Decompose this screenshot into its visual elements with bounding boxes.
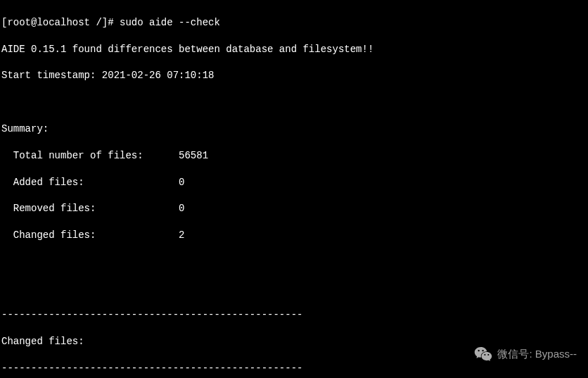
summary-added-label: Added files:	[1, 177, 84, 188]
summary-total-value: 56581	[179, 150, 208, 161]
blank-line	[1, 96, 587, 109]
summary-changed-value: 2	[179, 229, 184, 241]
summary-total-row: Total number of files: 56581	[1, 149, 587, 163]
terminal-output[interactable]: [root@localhost /]# sudo aide --check AI…	[1, 3, 587, 378]
prompt-prefix: [root@localhost /]#	[1, 17, 120, 28]
wechat-icon	[473, 344, 493, 364]
command-prompt-line: [root@localhost /]# sudo aide --check	[1, 16, 587, 30]
summary-removed-value: 0	[179, 203, 184, 214]
divider: ----------------------------------------…	[1, 308, 587, 322]
watermark: 微信号: Bypass--	[473, 344, 577, 364]
summary-changed-row: Changed files: 2	[1, 229, 587, 242]
summary-heading: Summary:	[1, 122, 587, 136]
summary-removed-row: Removed files: 0	[1, 202, 587, 215]
aide-diff-line: AIDE 0.15.1 found differences between da…	[1, 43, 587, 56]
watermark-text: 微信号: Bypass--	[497, 347, 577, 361]
blank-line	[1, 256, 587, 269]
blank-line	[1, 282, 587, 296]
summary-added-row: Added files: 0	[1, 176, 587, 189]
summary-total-label: Total number of files:	[1, 150, 143, 161]
command-text: sudo aide --check	[120, 17, 220, 28]
summary-changed-label: Changed files:	[1, 229, 96, 241]
summary-added-value: 0	[179, 177, 184, 188]
wechat-svg	[473, 344, 493, 364]
summary-removed-label: Removed files:	[1, 203, 96, 214]
timestamp-line: Start timestamp: 2021-02-26 07:10:18	[1, 69, 587, 82]
